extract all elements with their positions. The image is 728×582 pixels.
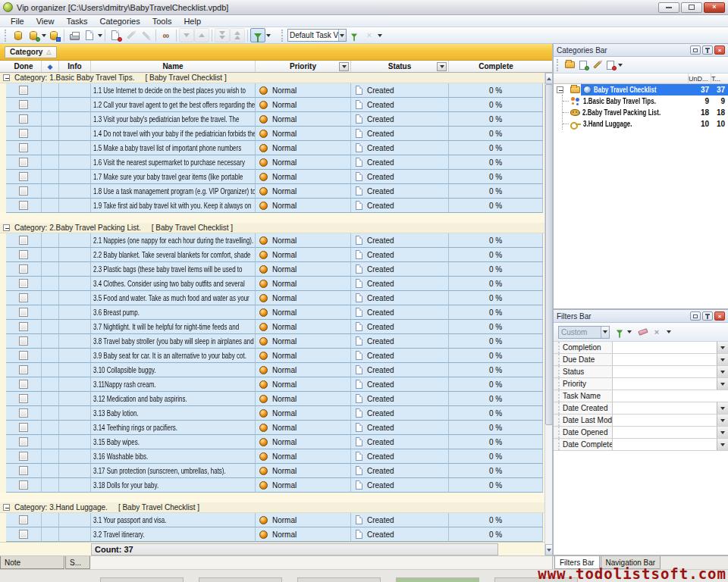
tree-row-selected[interactable]: Baby Travel Checklist3737 bbox=[581, 84, 728, 95]
task-status-cell[interactable]: Created bbox=[351, 464, 449, 478]
filter-preset-dropdown[interactable] bbox=[601, 327, 609, 338]
category-tree-item[interactable]: 2.Baby Travel Packing List.1818 bbox=[554, 107, 728, 118]
filter-value-input[interactable] bbox=[613, 402, 717, 414]
task-checkbox[interactable] bbox=[19, 380, 28, 389]
task-priority-cell[interactable]: Normal bbox=[256, 262, 351, 277]
task-status-cell[interactable]: Created bbox=[351, 392, 449, 406]
collapse-icon[interactable] bbox=[3, 74, 10, 81]
task-row[interactable]: 1.1 Use Internet to decide on the best p… bbox=[0, 83, 544, 98]
print-preview-button[interactable] bbox=[82, 28, 97, 42]
column-header-flag[interactable]: ◆ bbox=[42, 61, 59, 72]
menu-item-help[interactable]: Help bbox=[177, 15, 207, 27]
tab-s[interactable]: S... bbox=[65, 556, 90, 569]
task-priority-cell[interactable]: Normal bbox=[256, 98, 351, 112]
task-checkbox[interactable] bbox=[19, 158, 28, 167]
column-header-name[interactable]: Name bbox=[91, 61, 256, 72]
category-group-header[interactable]: Category: 2.Baby Travel Packing List.[ B… bbox=[0, 223, 544, 233]
filter-dropdown-button[interactable] bbox=[717, 439, 728, 450]
task-checkbox[interactable] bbox=[19, 351, 28, 360]
menu-item-tools[interactable]: Tools bbox=[146, 15, 178, 27]
task-row[interactable]: 3.7 Nightlight. It will be helpful for n… bbox=[0, 320, 544, 334]
task-view-combo[interactable]: Default Task View bbox=[287, 29, 347, 42]
task-priority-cell[interactable]: Normal bbox=[256, 291, 351, 305]
task-row[interactable]: 3.2 Travel itinerary.NormalCreated0 % bbox=[0, 527, 544, 542]
apply-filter-dropdown-icon[interactable] bbox=[627, 330, 632, 333]
task-row[interactable]: 2.3 Plastic bags (these baby travel item… bbox=[0, 262, 544, 277]
task-checkbox[interactable] bbox=[19, 236, 28, 245]
task-row[interactable]: 3.14 Teething rings or pacifiers.NormalC… bbox=[0, 421, 544, 435]
category-tree-item[interactable]: 1.Basic Baby Travel Tips.99 bbox=[554, 95, 728, 107]
task-status-cell[interactable]: Created bbox=[351, 320, 449, 334]
task-checkbox[interactable] bbox=[19, 172, 28, 181]
task-checkbox[interactable] bbox=[19, 143, 28, 152]
task-priority-cell[interactable]: Normal bbox=[256, 349, 351, 363]
task-priority-cell[interactable]: Normal bbox=[256, 464, 351, 478]
task-checkbox[interactable] bbox=[19, 114, 28, 124]
task-status-cell[interactable]: Created bbox=[351, 127, 449, 141]
task-status-cell[interactable]: Created bbox=[351, 262, 449, 277]
column-undone[interactable]: UnD... bbox=[689, 74, 711, 83]
move-down-button[interactable] bbox=[179, 28, 194, 42]
task-view-dropdown[interactable] bbox=[338, 30, 346, 41]
task-priority-cell[interactable]: Normal bbox=[256, 155, 351, 170]
clear-view-button[interactable]: × bbox=[362, 28, 377, 42]
toolbar-grip[interactable] bbox=[5, 30, 8, 42]
task-status-cell[interactable]: Created bbox=[351, 199, 449, 213]
task-status-cell[interactable]: Created bbox=[351, 155, 449, 170]
new-list-button[interactable] bbox=[563, 58, 576, 71]
vertical-scrollbar[interactable] bbox=[544, 73, 552, 555]
task-row[interactable]: 3.17 Sun protection (sunscreen, umbrella… bbox=[0, 464, 544, 478]
filter-value-input[interactable] bbox=[613, 342, 717, 353]
task-status-cell[interactable]: Created bbox=[351, 248, 449, 262]
task-status-cell[interactable]: Created bbox=[351, 233, 449, 248]
move-top-button[interactable] bbox=[230, 28, 245, 42]
task-priority-cell[interactable]: Normal bbox=[256, 184, 351, 199]
panel-pin-button[interactable] bbox=[702, 311, 713, 321]
tree-row[interactable]: 1.Basic Baby Travel Tips.99 bbox=[583, 95, 728, 107]
task-checkbox[interactable] bbox=[19, 423, 28, 432]
group-by-bar[interactable]: Category △ bbox=[0, 44, 552, 61]
task-row[interactable]: 1.6 Visit the nearest supermarket to pur… bbox=[0, 155, 544, 170]
apply-filter-button[interactable] bbox=[613, 326, 626, 339]
task-priority-cell[interactable]: Normal bbox=[256, 334, 351, 349]
task-checkbox[interactable] bbox=[19, 394, 28, 403]
category-group-header[interactable]: Category: 1.Basic Baby Travel Tips.[ Bab… bbox=[0, 73, 544, 83]
task-status-cell[interactable]: Created bbox=[351, 83, 449, 98]
task-checkbox[interactable] bbox=[19, 365, 28, 374]
new-category-button[interactable] bbox=[576, 58, 590, 71]
task-status-cell[interactable]: Created bbox=[351, 277, 449, 291]
menu-item-tasks[interactable]: Tasks bbox=[60, 15, 93, 27]
task-priority-cell[interactable]: Normal bbox=[256, 248, 351, 262]
minimize-button[interactable] bbox=[658, 2, 679, 13]
open-database-button[interactable] bbox=[26, 28, 41, 42]
task-checkbox[interactable] bbox=[19, 293, 28, 302]
task-status-cell[interactable]: Created bbox=[351, 291, 449, 305]
task-priority-cell[interactable]: Normal bbox=[256, 277, 351, 291]
print-dropdown-icon[interactable] bbox=[98, 34, 102, 37]
filter-dropdown-button[interactable] bbox=[717, 354, 728, 365]
task-row[interactable]: 2.1 Nappies (one nappy for each hour dur… bbox=[0, 233, 544, 248]
task-row[interactable]: 3.1 Your passport and visa.NormalCreated… bbox=[0, 513, 544, 527]
apply-view-button[interactable] bbox=[347, 28, 362, 42]
task-checkbox[interactable] bbox=[19, 515, 28, 524]
group-by-chip[interactable]: Category △ bbox=[5, 46, 57, 58]
task-checkbox[interactable] bbox=[19, 530, 28, 539]
task-status-cell[interactable]: Created bbox=[351, 421, 449, 435]
task-priority-cell[interactable]: Normal bbox=[256, 141, 351, 155]
maximize-button[interactable] bbox=[681, 2, 702, 13]
task-priority-cell[interactable]: Normal bbox=[256, 406, 351, 421]
task-priority-cell[interactable]: Normal bbox=[256, 305, 351, 320]
task-row[interactable]: 3.8 Travel baby stroller (you baby will … bbox=[0, 334, 544, 349]
filter-value-input[interactable] bbox=[613, 354, 717, 365]
delete-task-button[interactable] bbox=[138, 28, 153, 42]
collapse-icon[interactable] bbox=[557, 86, 563, 93]
task-priority-cell[interactable]: Normal bbox=[256, 127, 351, 141]
filter-dropdown-button[interactable] bbox=[717, 378, 728, 390]
filter-preset-combo[interactable]: Custom bbox=[558, 326, 610, 339]
categories-overflow-icon[interactable] bbox=[618, 64, 623, 67]
task-row[interactable]: 3.4 Clothes. Consider using two baby out… bbox=[0, 277, 544, 291]
filter-dropdown-button[interactable] bbox=[717, 427, 728, 438]
edit-task-button[interactable] bbox=[123, 28, 138, 42]
remove-filter-button[interactable]: × bbox=[650, 326, 664, 339]
task-priority-cell[interactable]: Normal bbox=[256, 199, 351, 213]
